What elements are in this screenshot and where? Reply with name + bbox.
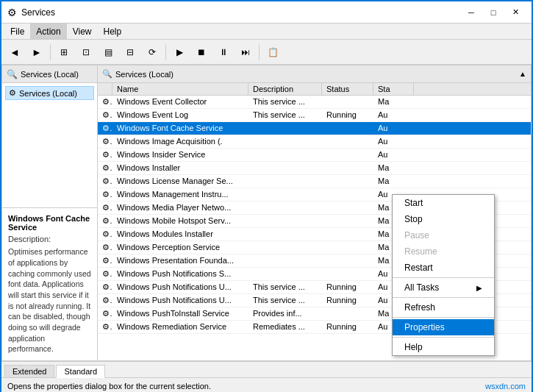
row-desc <box>248 188 322 201</box>
back-button[interactable]: ◄ <box>4 42 25 63</box>
tree-item-services-local[interactable]: ⚙ Services (Local) <box>5 86 94 100</box>
tree-item-icon: ⚙ <box>9 88 16 98</box>
scope-tree: ⚙ Services (Local) <box>2 83 97 103</box>
row-desc <box>248 202 322 214</box>
row-name: Windows Push Notifications U... <box>112 294 248 307</box>
row-status <box>322 96 373 108</box>
tab-standard[interactable]: Standard <box>56 365 105 378</box>
table-row[interactable]: ⚙ Windows Event Collector This service .… <box>98 96 531 109</box>
table-row[interactable]: ⚙ Windows License Manager Se... Ma <box>98 175 531 188</box>
row-status <box>322 162 373 174</box>
description-panel: Windows Font Cache Service Description: … <box>2 207 97 360</box>
menu-bar: File Action View Help <box>1 24 532 40</box>
tab-extended[interactable]: Extended <box>4 365 54 377</box>
row-startup: Ma <box>373 96 414 108</box>
row-desc: This service ... <box>248 109 322 121</box>
row-desc <box>248 268 322 280</box>
row-startup: Au <box>373 122 414 135</box>
menu-action[interactable]: Action <box>30 24 66 39</box>
ctx-all-tasks[interactable]: All Tasks ▶ <box>393 279 494 296</box>
row-status <box>322 268 373 280</box>
ctx-refresh[interactable]: Refresh <box>393 299 494 316</box>
row-status: Running <box>322 109 373 121</box>
toolbar-separator-2 <box>165 44 166 60</box>
title-bar: ⚙ Services ─ □ ✕ <box>1 1 532 24</box>
row-status <box>322 215 373 227</box>
row-name: Windows Push Notifications S... <box>112 268 248 280</box>
header-name[interactable]: Name <box>112 83 248 95</box>
row-name: Windows Management Instru... <box>112 188 248 201</box>
ctx-stop-label: Stop <box>404 214 423 224</box>
view-button-1[interactable]: ⊞ <box>54 42 74 63</box>
status-right: wsxdn.com <box>485 382 526 391</box>
app-icon: ⚙ <box>7 7 17 18</box>
sort-icon: ▲ <box>519 70 526 78</box>
ctx-help[interactable]: Help <box>393 339 494 355</box>
ctx-separator-2 <box>393 297 494 298</box>
table-row[interactable]: ⚙ Windows Image Acquisition (. Au <box>98 135 531 149</box>
row-name: Windows Push Notifications U... <box>112 281 248 293</box>
toolbar-separator-1 <box>50 44 51 60</box>
row-icon: ⚙ <box>98 281 112 293</box>
properties-toolbar-button[interactable]: 📋 <box>262 42 283 63</box>
row-desc: This service ... <box>248 281 322 293</box>
scope-icon: 🔍 <box>7 69 18 79</box>
ctx-restart-label: Restart <box>404 263 433 273</box>
minimize-button[interactable]: ─ <box>461 5 482 20</box>
table-row[interactable]: ⚙ Windows Installer Ma <box>98 162 531 175</box>
view-button-3[interactable]: ▤ <box>98 42 118 63</box>
row-icon: ⚙ <box>98 294 112 307</box>
row-status: Running <box>322 294 373 307</box>
menu-view[interactable]: View <box>67 24 98 39</box>
ctx-stop[interactable]: Stop <box>393 211 494 227</box>
header-startup[interactable]: Sta <box>373 83 414 95</box>
row-icon: ⚙ <box>98 149 112 161</box>
row-desc: Provides inf... <box>248 307 322 320</box>
ctx-pause[interactable]: Pause <box>393 227 494 243</box>
left-panel: 🔍 Services (Local) ⚙ Services (Local) Wi… <box>2 65 98 360</box>
row-desc: This service ... <box>248 294 322 307</box>
scope-header: 🔍 Services (Local) <box>2 65 97 83</box>
row-desc <box>248 175 322 188</box>
row-startup: Au <box>373 135 414 148</box>
table-row[interactable]: ⚙ Windows Insider Service Au <box>98 149 531 162</box>
table-row[interactable]: ⚙ Windows Event Log This service ... Run… <box>98 109 531 122</box>
row-status: Running <box>322 281 373 293</box>
forward-button[interactable]: ► <box>26 42 47 63</box>
desc-label: Description: <box>8 235 91 243</box>
row-icon: ⚙ <box>98 135 112 148</box>
view-button-2[interactable]: ⊡ <box>76 42 96 63</box>
ctx-submenu-arrow: ▶ <box>476 284 482 292</box>
header-status[interactable]: Status <box>322 83 373 95</box>
table-row[interactable]: ⚙ Windows Font Cache Service Au <box>98 122 531 135</box>
pause-button[interactable]: ⏸ <box>213 42 234 63</box>
menu-file[interactable]: File <box>4 24 30 39</box>
view-button-4[interactable]: ⊟ <box>120 42 140 63</box>
row-name: Windows Insider Service <box>112 149 248 161</box>
maximize-button[interactable]: □ <box>483 5 504 20</box>
restart-button[interactable]: ⏭ <box>235 42 256 63</box>
close-button[interactable]: ✕ <box>505 5 526 20</box>
menu-help[interactable]: Help <box>98 24 128 39</box>
header-desc[interactable]: Description <box>248 83 322 95</box>
row-desc: This service ... <box>248 96 322 108</box>
row-name: Windows Mobile Hotspot Serv... <box>112 215 248 227</box>
row-desc <box>248 162 322 174</box>
header-icon[interactable] <box>98 83 112 95</box>
row-status <box>322 202 373 214</box>
row-desc: Remediates ... <box>248 321 322 333</box>
row-desc <box>248 241 322 254</box>
ctx-separator-3 <box>393 317 494 318</box>
row-status <box>322 135 373 148</box>
ctx-start[interactable]: Start <box>393 195 494 211</box>
ctx-restart[interactable]: Restart <box>393 260 494 276</box>
stop-button[interactable]: ⏹ <box>191 42 212 63</box>
row-status <box>322 241 373 254</box>
ctx-properties[interactable]: Properties <box>393 319 494 335</box>
row-startup: Ma <box>373 162 414 174</box>
play-button[interactable]: ▶ <box>169 42 190 63</box>
ctx-resume[interactable]: Resume <box>393 243 494 260</box>
refresh-toolbar-button[interactable]: ⟳ <box>142 42 162 63</box>
row-desc <box>248 228 322 240</box>
row-desc <box>248 215 322 227</box>
